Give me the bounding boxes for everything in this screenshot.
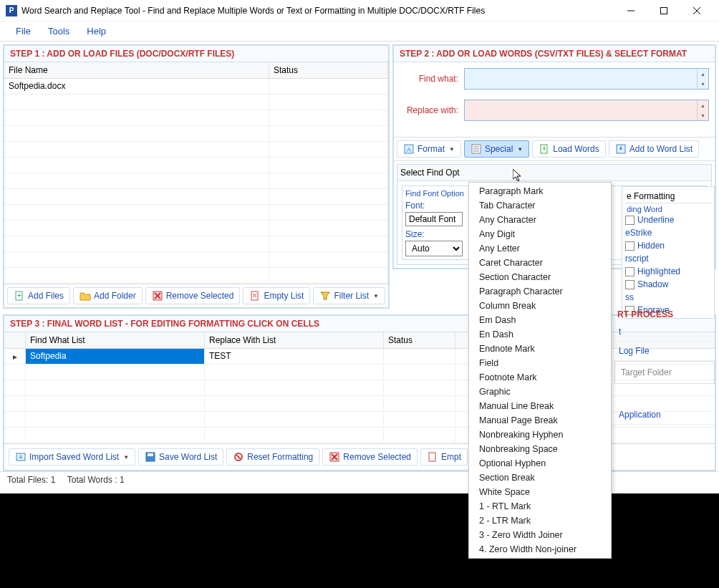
close-button[interactable] [680,0,713,21]
special-item[interactable]: 2 - LTR Mark [469,514,611,528]
empty-list-button-2[interactable]: Empt [420,448,468,466]
menu-file[interactable]: File [7,23,39,39]
menu-help[interactable]: Help [78,23,115,39]
remove-selected-button[interactable]: Remove Selected [145,287,241,304]
special-item[interactable]: 4. Zero Width Non-joiner [469,542,611,556]
replace-with-input[interactable]: ▲▼ [464,100,709,121]
titlebar: P Word Search and Replace Tool - Find an… [0,0,719,21]
special-item[interactable]: Paragraph Character [469,284,611,299]
status-cell [269,79,388,94]
special-item[interactable]: Nonbreaking Space [469,442,611,456]
special-item[interactable]: 3 - Zero Width Joiner [469,528,611,542]
underline-checkbox[interactable]: Underline [625,215,711,225]
special-item[interactable]: Graphic [469,385,611,399]
log-file-button[interactable]: Log File [614,342,715,361]
file-cell: Softpedia.docx [4,79,269,94]
special-item[interactable]: Optional Hyphen [469,456,611,471]
special-item[interactable]: Footnote Mark [469,370,611,385]
svg-rect-22 [148,453,153,456]
special-item[interactable]: Tab Character [469,198,611,213]
special-item[interactable]: Endnote Mark [469,342,611,356]
step1-header: STEP 1 : ADD OR LOAD FILES (DOC/DOCX/RTF… [4,46,388,62]
replace-spinner[interactable]: ▲▼ [697,100,708,120]
total-files: Total Files: 1 [7,475,55,485]
shadow-checkbox[interactable]: Shadow [625,279,711,289]
special-item[interactable]: Section Break [469,471,611,485]
special-item[interactable]: Caret Character [469,256,611,270]
empty-icon [249,290,261,302]
col-status[interactable]: Status [384,332,455,348]
empty-list-button[interactable]: Empty List [243,287,310,304]
maximize-button[interactable] [647,0,680,21]
find-cell[interactable]: Softpedia [26,349,205,364]
col-status[interactable]: Status [269,62,388,78]
reset-icon [233,451,244,463]
special-item[interactable]: Any Letter [469,241,611,256]
add-folder-button[interactable]: Add Folder [73,287,143,304]
special-item[interactable]: Any Digit [469,227,611,241]
file-row[interactable]: Softpedia.docx [4,79,388,95]
step1-grid-header: File Name Status [4,62,388,79]
add-to-word-list-button[interactable]: Add to Word List [609,140,700,158]
special-item[interactable]: Nonbreaking Hyphen [469,428,611,442]
find-what-input[interactable]: ▲▼ [464,68,709,90]
process-button[interactable]: t [614,322,715,342]
empty-icon [427,451,438,463]
font-input[interactable] [405,212,463,226]
special-dropdown-menu: Paragraph Mark Tab Character Any Charact… [468,182,612,559]
import-icon [15,451,26,463]
special-item[interactable]: Manual Page Break [469,413,611,428]
special-item[interactable]: Column Break [469,299,611,313]
special-button[interactable]: Special ▼ [464,140,529,158]
svg-rect-1 [661,7,667,14]
highlighted-checkbox[interactable]: Highlighted [625,266,711,276]
remove-icon [329,451,340,463]
status-cell [384,349,455,364]
add-files-button[interactable]: + Add Files [7,287,70,304]
dropdown-arrow-icon: ▼ [449,146,455,153]
formatting-subheader: ding Word [625,203,711,215]
find-spinner[interactable]: ▲▼ [697,69,708,89]
size-select[interactable]: Auto [405,241,463,256]
app-icon: P [6,5,17,16]
col-find-what[interactable]: Find What List [26,332,205,348]
special-item[interactable]: White Space [469,485,611,499]
col-filename[interactable]: File Name [4,62,269,78]
filter-list-button[interactable]: Filter List ▼ [313,287,385,304]
application-button[interactable]: Application [614,405,715,425]
options-header: Select Find Opt [397,165,711,181]
step1-panel: STEP 1 : ADD OR LOAD FILES (DOC/DOCX/RTF… [3,44,390,309]
special-item[interactable]: Paragraph Mark [469,184,611,198]
filter-icon [319,290,331,302]
load-words-button[interactable]: Load Words [532,140,605,158]
step2-header: STEP 2 : ADD OR LOAD WORDS (CSV/TXT FILE… [394,46,715,62]
hidden-checkbox[interactable]: Hidden [625,241,711,251]
remove-icon [152,290,163,302]
special-item[interactable]: En Dash [469,327,611,342]
special-item[interactable]: 1 - RTL Mark [469,499,611,514]
import-word-list-button[interactable]: Import Saved Word List ▼ [9,448,135,466]
minimize-button[interactable] [614,0,647,21]
reset-formatting-button[interactable]: Reset Formatting [226,448,319,466]
svg-text:A: A [407,146,411,153]
folder-icon [79,290,91,302]
special-icon [471,143,482,155]
remove-selected-button-2[interactable]: Remove Selected [322,448,418,466]
special-item[interactable]: Manual Line Break [469,399,611,413]
save-word-list-button[interactable]: Save Word List [138,448,223,466]
special-item[interactable]: Em Dash [469,313,611,327]
svg-text:+: + [17,291,21,299]
menu-tools[interactable]: Tools [39,23,78,39]
special-item[interactable]: Field [469,356,611,370]
replace-cell[interactable]: TEST [205,349,384,364]
col-replace-with[interactable]: Replace With List [205,332,384,348]
load-icon [539,143,550,155]
save-icon [145,451,156,463]
svg-line-24 [236,455,241,459]
find-what-label: Find what: [400,74,464,84]
window-title: Word Search and Replace Tool - Find and … [21,6,614,16]
format-button[interactable]: A Format ▼ [397,140,461,158]
special-item[interactable]: Section Character [469,270,611,284]
special-item[interactable]: Any Character [469,213,611,227]
target-folder-input[interactable]: Target Folder [614,361,715,384]
